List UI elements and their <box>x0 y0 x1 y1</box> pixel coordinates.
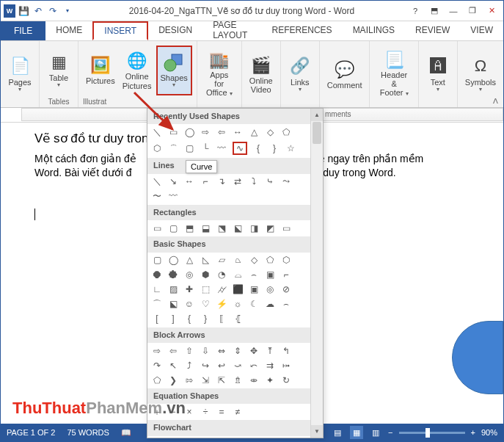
shape-rect-rounddiag[interactable]: ◩ <box>265 223 275 233</box>
shape-line[interactable]: ＼ <box>152 127 162 137</box>
redo-icon[interactable]: ↷ <box>46 4 59 18</box>
shape-hex[interactable]: ⬡ <box>152 143 162 153</box>
ar-lr[interactable]: ⇔ <box>216 346 227 356</box>
shape-rect-round1[interactable]: ⬕ <box>233 223 243 233</box>
ar-curvu[interactable]: ⤻ <box>233 361 243 371</box>
shape-rbrace[interactable]: } <box>269 143 280 153</box>
shape-rect-snipround[interactable]: ⬔ <box>216 223 227 233</box>
shape-freeform[interactable]: 〰 <box>216 143 227 153</box>
ar-pent[interactable]: ⬠ <box>152 375 162 385</box>
shape-diamond[interactable]: ◇ <box>265 127 275 137</box>
bs-moon[interactable]: ☾ <box>249 300 259 310</box>
minimize-icon[interactable]: — <box>445 4 462 18</box>
apps-button[interactable]: 🏬 Apps forOffice ▾ <box>202 49 237 99</box>
bs-heart[interactable]: ♡ <box>200 300 211 310</box>
document-area[interactable]: Vẽ sơ đồ tư duy trong Một cách đơn giản … <box>1 123 503 380</box>
bs-halfframe[interactable]: ⌐ <box>281 270 291 280</box>
tab-mailings[interactable]: MAILINGS <box>343 21 405 40</box>
tab-page-layout[interactable]: PAGE LAYOUT <box>202 21 261 40</box>
bs-lbracket[interactable]: [ <box>152 314 162 325</box>
read-mode-icon[interactable]: ▤ <box>331 426 344 439</box>
save-icon[interactable]: 💾 <box>17 4 30 18</box>
shape-pentagon[interactable]: ⬠ <box>281 127 291 137</box>
shape-rect1[interactable]: ▭ <box>152 223 162 233</box>
shape-rect-snip1[interactable]: ⬒ <box>184 223 194 233</box>
bs-pent[interactable]: ⬠ <box>265 256 275 266</box>
bs-diagstripe[interactable]: ▨ <box>168 285 178 295</box>
scroll-thumb[interactable] <box>313 122 321 144</box>
bs-plaque[interactable]: ⬚ <box>200 285 211 295</box>
bs-oval[interactable]: ◯ <box>168 256 178 266</box>
oval-shape[interactable] <box>452 321 503 394</box>
shape-arrow-l[interactable]: ⇦ <box>216 127 227 137</box>
ribbon-display-icon[interactable]: ⬒ <box>426 4 443 18</box>
shape-star[interactable]: ☆ <box>285 143 296 153</box>
tab-review[interactable]: REVIEW <box>405 21 460 40</box>
online-pictures-button[interactable]: 🌐 OnlinePictures <box>120 46 155 95</box>
zoom-percent[interactable]: 90% <box>481 428 497 437</box>
ar-lrup[interactable]: ⤒ <box>265 346 275 356</box>
bs-chord[interactable]: ⌓ <box>233 270 243 280</box>
restore-icon[interactable]: ❐ <box>464 4 481 18</box>
ar-bent[interactable]: ↰ <box>281 346 291 356</box>
shape-curve[interactable]: ∿ <box>233 142 247 155</box>
undo-icon[interactable]: ↶ <box>32 4 45 18</box>
tab-file[interactable]: FILE <box>1 21 45 40</box>
tab-design[interactable]: DESIGN <box>148 21 202 40</box>
shape-rect-round[interactable]: ▢ <box>168 223 178 233</box>
bs-hept[interactable]: ⯃ <box>152 270 162 280</box>
bs-cross[interactable]: ✚ <box>184 285 194 295</box>
shape-elbow-dbl[interactable]: ⇄ <box>233 177 243 187</box>
pictures-button[interactable]: 🖼️ Pictures <box>83 46 118 95</box>
ar-uturn[interactable]: ↷ <box>152 361 162 371</box>
shape-arrow-line[interactable]: ↘ <box>168 177 178 187</box>
bs-dodec[interactable]: ⬢ <box>200 270 211 280</box>
ar-dcall[interactable]: ⇲ <box>200 375 211 385</box>
ar-ud[interactable]: ⇕ <box>233 346 243 356</box>
zoom-slider[interactable] <box>399 432 465 434</box>
shape-rect[interactable]: ▭ <box>168 127 178 137</box>
shape-curve-arrow[interactable]: ⤷ <box>265 177 275 187</box>
web-layout-icon[interactable]: ▥ <box>369 426 382 439</box>
bs-rbracket[interactable]: ] <box>168 314 178 325</box>
header-footer-button[interactable]: 📃 Header &Footer ▾ <box>374 49 413 99</box>
ar-curvl[interactable]: ↩ <box>216 361 227 371</box>
ar-curvr[interactable]: ↪ <box>200 361 211 371</box>
shape-rect-round2[interactable]: ◨ <box>249 223 259 233</box>
bs-arc[interactable]: ⌢ <box>281 300 291 310</box>
qat-customize-icon[interactable]: ▾ <box>61 4 74 18</box>
table-button[interactable]: ▦ Table ▾ <box>44 46 73 95</box>
bs-pie[interactable]: ◔ <box>216 270 227 280</box>
ar-qcall[interactable]: ✦ <box>265 375 275 385</box>
shape-dblarrow-line[interactable]: ↔ <box>184 177 194 187</box>
shape-arrow-r[interactable]: ⇨ <box>200 127 211 137</box>
shape-dblarrow[interactable]: ↔ <box>233 127 243 137</box>
shape-triangle[interactable]: △ <box>249 127 259 137</box>
symbols-button[interactable]: Ω Symbols ▾ <box>462 49 499 99</box>
shape-elbow[interactable]: └ <box>200 143 211 153</box>
close-icon[interactable]: ✕ <box>483 4 500 18</box>
ar-lcall[interactable]: ⇱ <box>216 375 227 385</box>
bs-smiley[interactable]: ☺ <box>184 300 194 310</box>
bs-bevel[interactable]: ▣ <box>249 285 259 295</box>
tab-references[interactable]: REFERENCES <box>262 21 343 40</box>
ar-rcall[interactable]: ⇰ <box>184 375 194 385</box>
page-indicator[interactable]: PAGE 1 OF 2 <box>7 428 55 438</box>
shape-rect9[interactable]: ▭ <box>281 223 291 233</box>
scroll-down-icon[interactable]: ▼ <box>311 425 323 438</box>
shape-rect-snip2[interactable]: ⬓ <box>200 223 211 233</box>
bs-lbrace[interactable]: { <box>184 314 194 325</box>
ar-lup[interactable]: ↖ <box>168 361 178 371</box>
bs-cube[interactable]: ⬛ <box>233 285 243 295</box>
eq-mult[interactable]: × <box>184 407 194 417</box>
shape-lbrace[interactable]: { <box>253 143 263 153</box>
ar-circ[interactable]: ↻ <box>281 375 291 385</box>
word-app-icon[interactable]: W <box>4 4 15 18</box>
bs-frame[interactable]: ▣ <box>265 270 275 280</box>
ar-r[interactable]: ⇨ <box>152 346 162 356</box>
bs-dblbrace[interactable]: ⦃ <box>233 314 243 325</box>
bs-sun[interactable]: ☼ <box>233 300 243 310</box>
shape-brace-up[interactable]: ⏞ <box>168 143 178 153</box>
zoom-handle[interactable] <box>426 428 430 438</box>
bs-dec[interactable]: ◎ <box>184 270 194 280</box>
